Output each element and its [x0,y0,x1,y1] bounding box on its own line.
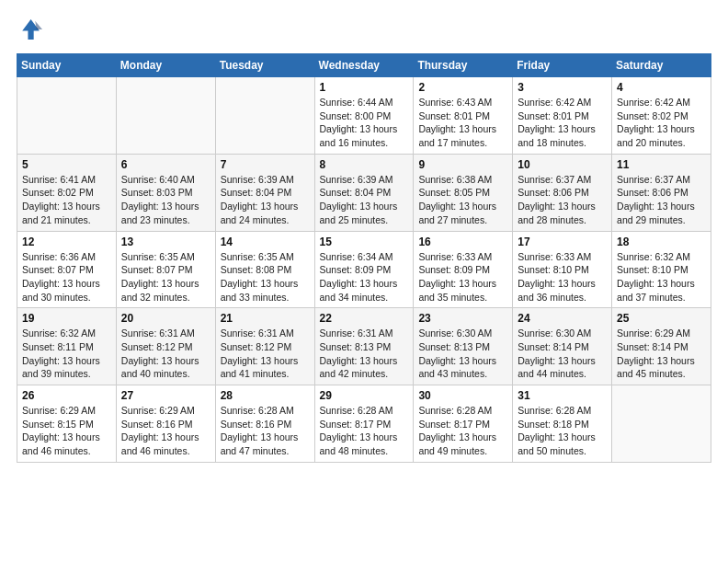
day-info: Sunrise: 6:42 AMSunset: 8:02 PMDaylight:… [617,96,706,150]
day-cell: 24Sunrise: 6:30 AMSunset: 8:14 PMDayligh… [513,308,612,385]
day-number: 11 [617,158,706,171]
day-number: 22 [320,312,409,325]
day-info: Sunrise: 6:40 AMSunset: 8:03 PMDaylight:… [121,173,210,227]
day-cell: 6Sunrise: 6:40 AMSunset: 8:03 PMDaylight… [116,154,215,231]
day-cell: 27Sunrise: 6:29 AMSunset: 8:16 PMDayligh… [116,385,215,463]
day-number: 12 [22,236,111,248]
day-cell [17,77,117,155]
day-number: 20 [121,312,210,325]
day-info: Sunrise: 6:29 AMSunset: 8:16 PMDaylight:… [121,404,210,458]
day-cell: 12Sunrise: 6:36 AMSunset: 8:07 PMDayligh… [17,231,117,308]
day-cell: 26Sunrise: 6:29 AMSunset: 8:15 PMDayligh… [17,385,117,463]
day-info: Sunrise: 6:38 AMSunset: 8:05 PMDaylight:… [418,173,507,227]
day-number: 2 [418,81,507,94]
header-cell-tuesday: Tuesday [215,54,314,77]
day-info: Sunrise: 6:28 AMSunset: 8:18 PMDaylight:… [518,404,607,458]
day-number: 29 [320,389,409,402]
day-info: Sunrise: 6:33 AMSunset: 8:10 PMDaylight:… [518,250,607,304]
day-number: 13 [121,236,210,248]
header [17,17,711,42]
logo [17,17,46,42]
header-cell-wednesday: Wednesday [314,54,414,77]
day-cell: 5Sunrise: 6:41 AMSunset: 8:02 PMDaylight… [17,154,117,231]
day-number: 30 [418,389,507,402]
day-info: Sunrise: 6:30 AMSunset: 8:14 PMDaylight:… [518,327,607,381]
day-number: 5 [22,158,111,171]
day-number: 18 [617,236,706,248]
day-cell: 10Sunrise: 6:37 AMSunset: 8:06 PMDayligh… [513,154,612,231]
day-number: 19 [22,312,111,325]
day-info: Sunrise: 6:32 AMSunset: 8:10 PMDaylight:… [617,250,706,304]
day-cell: 7Sunrise: 6:39 AMSunset: 8:04 PMDaylight… [215,154,314,231]
day-info: Sunrise: 6:28 AMSunset: 8:16 PMDaylight:… [221,404,310,458]
day-number: 31 [518,389,607,402]
day-cell: 19Sunrise: 6:32 AMSunset: 8:11 PMDayligh… [17,308,117,385]
day-number: 10 [518,158,607,171]
day-number: 17 [518,236,607,248]
week-row-4: 19Sunrise: 6:32 AMSunset: 8:11 PMDayligh… [17,308,711,385]
header-cell-sunday: Sunday [17,54,117,77]
day-cell: 22Sunrise: 6:31 AMSunset: 8:13 PMDayligh… [314,308,414,385]
day-cell: 11Sunrise: 6:37 AMSunset: 8:06 PMDayligh… [612,154,711,231]
day-number: 23 [418,312,507,325]
day-number: 24 [518,312,607,325]
day-info: Sunrise: 6:29 AMSunset: 8:15 PMDaylight:… [22,404,111,458]
day-info: Sunrise: 6:33 AMSunset: 8:09 PMDaylight:… [418,250,507,304]
day-info: Sunrise: 6:39 AMSunset: 8:04 PMDaylight:… [320,173,409,227]
day-info: Sunrise: 6:37 AMSunset: 8:06 PMDaylight:… [518,173,607,227]
day-info: Sunrise: 6:28 AMSunset: 8:17 PMDaylight:… [418,404,507,458]
day-number: 8 [320,158,409,171]
day-cell: 8Sunrise: 6:39 AMSunset: 8:04 PMDaylight… [314,154,414,231]
week-row-3: 12Sunrise: 6:36 AMSunset: 8:07 PMDayligh… [17,231,711,308]
day-cell [215,77,314,155]
header-cell-saturday: Saturday [612,54,711,77]
day-number: 21 [221,312,310,325]
day-number: 4 [617,81,706,94]
day-info: Sunrise: 6:35 AMSunset: 8:08 PMDaylight:… [221,250,310,304]
day-info: Sunrise: 6:34 AMSunset: 8:09 PMDaylight:… [320,250,409,304]
week-row-5: 26Sunrise: 6:29 AMSunset: 8:15 PMDayligh… [17,385,711,463]
day-info: Sunrise: 6:28 AMSunset: 8:17 PMDaylight:… [320,404,409,458]
day-number: 16 [418,236,507,248]
day-number: 6 [121,158,210,171]
day-info: Sunrise: 6:35 AMSunset: 8:07 PMDaylight:… [121,250,210,304]
day-number: 14 [221,236,310,248]
logo-icon [17,17,42,42]
day-info: Sunrise: 6:30 AMSunset: 8:13 PMDaylight:… [418,327,507,381]
day-cell: 14Sunrise: 6:35 AMSunset: 8:08 PMDayligh… [215,231,314,308]
day-info: Sunrise: 6:42 AMSunset: 8:01 PMDaylight:… [518,96,607,150]
header-cell-friday: Friday [513,54,612,77]
day-cell: 3Sunrise: 6:42 AMSunset: 8:01 PMDaylight… [513,77,612,155]
day-info: Sunrise: 6:31 AMSunset: 8:13 PMDaylight:… [320,327,409,381]
day-cell: 31Sunrise: 6:28 AMSunset: 8:18 PMDayligh… [513,385,612,463]
day-info: Sunrise: 6:43 AMSunset: 8:01 PMDaylight:… [418,96,507,150]
day-info: Sunrise: 6:41 AMSunset: 8:02 PMDaylight:… [22,173,111,227]
day-number: 3 [518,81,607,94]
week-row-1: 1Sunrise: 6:44 AMSunset: 8:00 PMDaylight… [17,77,711,155]
day-number: 28 [221,389,310,402]
day-cell: 16Sunrise: 6:33 AMSunset: 8:09 PMDayligh… [414,231,513,308]
day-cell [116,77,215,155]
header-row: SundayMondayTuesdayWednesdayThursdayFrid… [17,54,711,77]
day-cell: 18Sunrise: 6:32 AMSunset: 8:10 PMDayligh… [612,231,711,308]
day-cell: 17Sunrise: 6:33 AMSunset: 8:10 PMDayligh… [513,231,612,308]
day-number: 25 [617,312,706,325]
day-info: Sunrise: 6:37 AMSunset: 8:06 PMDaylight:… [617,173,706,227]
day-number: 27 [121,389,210,402]
page: SundayMondayTuesdayWednesdayThursdayFrid… [0,0,728,472]
day-number: 7 [221,158,310,171]
day-number: 15 [320,236,409,248]
day-number: 9 [418,158,507,171]
day-info: Sunrise: 6:39 AMSunset: 8:04 PMDaylight:… [221,173,310,227]
day-info: Sunrise: 6:31 AMSunset: 8:12 PMDaylight:… [121,327,210,381]
day-cell [612,385,711,463]
day-cell: 15Sunrise: 6:34 AMSunset: 8:09 PMDayligh… [314,231,414,308]
day-cell: 2Sunrise: 6:43 AMSunset: 8:01 PMDaylight… [414,77,513,155]
day-cell: 21Sunrise: 6:31 AMSunset: 8:12 PMDayligh… [215,308,314,385]
day-info: Sunrise: 6:29 AMSunset: 8:14 PMDaylight:… [617,327,706,381]
day-cell: 25Sunrise: 6:29 AMSunset: 8:14 PMDayligh… [612,308,711,385]
day-info: Sunrise: 6:31 AMSunset: 8:12 PMDaylight:… [221,327,310,381]
day-cell: 30Sunrise: 6:28 AMSunset: 8:17 PMDayligh… [414,385,513,463]
day-cell: 29Sunrise: 6:28 AMSunset: 8:17 PMDayligh… [314,385,414,463]
day-info: Sunrise: 6:44 AMSunset: 8:00 PMDaylight:… [320,96,409,150]
